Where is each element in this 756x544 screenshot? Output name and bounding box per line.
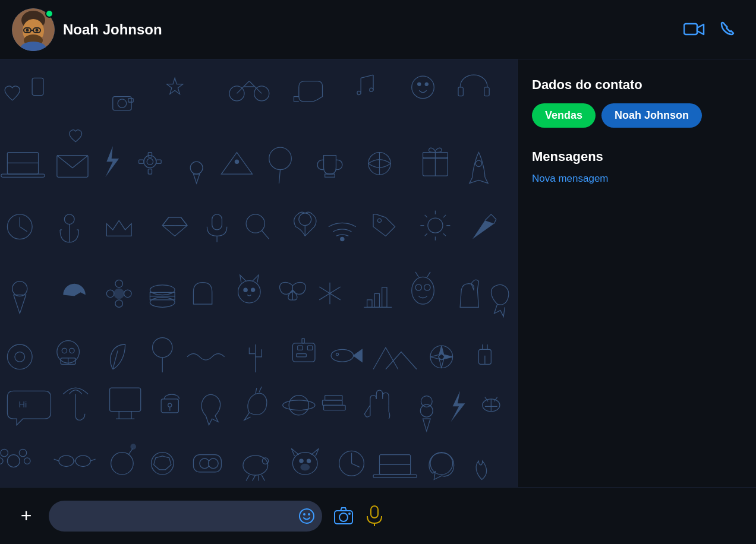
contact-data-section: Dados do contato Vendas Noah Johnson <box>532 77 742 128</box>
svg-point-188 <box>300 509 314 523</box>
svg-point-180 <box>301 464 310 470</box>
svg-rect-11 <box>0 59 517 487</box>
svg-point-80 <box>114 289 124 299</box>
svg-point-170 <box>208 458 218 469</box>
svg-point-27 <box>425 83 428 86</box>
svg-point-69 <box>377 219 381 222</box>
svg-point-91 <box>251 288 254 292</box>
tag-vendas[interactable]: Vendas <box>532 103 596 128</box>
chat-header: Noah Johnson <box>0 0 756 59</box>
chat-area: Hi <box>0 59 517 487</box>
svg-point-192 <box>339 513 348 521</box>
add-attachment-button[interactable]: + <box>14 504 38 528</box>
microphone-icon <box>365 505 384 527</box>
svg-rect-194 <box>371 506 378 518</box>
svg-point-110 <box>70 348 74 353</box>
phone-icon <box>719 20 738 39</box>
svg-point-179 <box>307 459 310 463</box>
svg-point-193 <box>348 513 351 515</box>
camera-icon <box>333 505 354 527</box>
svg-point-101 <box>415 284 421 290</box>
svg-point-90 <box>244 288 247 292</box>
contact-name-header: Noah Johnson <box>63 21 675 38</box>
header-actions <box>683 20 738 39</box>
svg-rect-10 <box>684 24 697 34</box>
video-camera-icon <box>683 21 705 38</box>
svg-point-26 <box>418 83 421 86</box>
main-content: Hi <box>0 59 756 487</box>
svg-point-41 <box>235 160 238 163</box>
online-indicator <box>45 10 53 18</box>
emoji-button[interactable] <box>298 508 315 524</box>
doodle-pattern: Hi <box>0 59 517 487</box>
messages-section: Mensagens Nova mensagem <box>532 149 742 185</box>
bottom-bar: + <box>0 487 756 544</box>
phone-call-button[interactable] <box>719 20 738 39</box>
svg-point-122 <box>336 353 338 356</box>
camera-button[interactable] <box>333 505 354 527</box>
svg-point-189 <box>303 513 305 515</box>
svg-point-8 <box>36 29 39 31</box>
nova-mensagem-button[interactable]: Nova mensagem <box>532 173 609 185</box>
svg-text:Hi: Hi <box>19 400 27 409</box>
chat-background: Hi <box>0 59 517 487</box>
svg-point-35 <box>147 159 153 165</box>
contact-data-title: Dados do contato <box>532 77 742 93</box>
video-call-button[interactable] <box>683 21 705 38</box>
avatar-wrapper <box>12 8 55 51</box>
contact-sidebar: Dados do contato Vendas Noah Johnson Men… <box>517 59 756 487</box>
contact-tags: Vendas Noah Johnson <box>532 103 742 128</box>
emoji-icon <box>298 508 315 524</box>
microphone-button[interactable] <box>365 505 384 527</box>
svg-point-102 <box>424 284 430 290</box>
svg-point-190 <box>308 513 310 515</box>
svg-point-106 <box>15 352 25 362</box>
plus-icon: + <box>21 505 32 527</box>
svg-point-138 <box>168 403 172 407</box>
svg-point-178 <box>300 459 303 463</box>
message-input-wrapper <box>49 501 322 532</box>
svg-point-166 <box>131 444 136 449</box>
tag-noah-johnson[interactable]: Noah Johnson <box>601 103 702 128</box>
messages-title: Mensagens <box>532 149 742 165</box>
message-input[interactable] <box>49 501 322 532</box>
svg-point-7 <box>26 29 29 31</box>
svg-point-109 <box>62 348 67 353</box>
svg-point-68 <box>341 237 344 241</box>
